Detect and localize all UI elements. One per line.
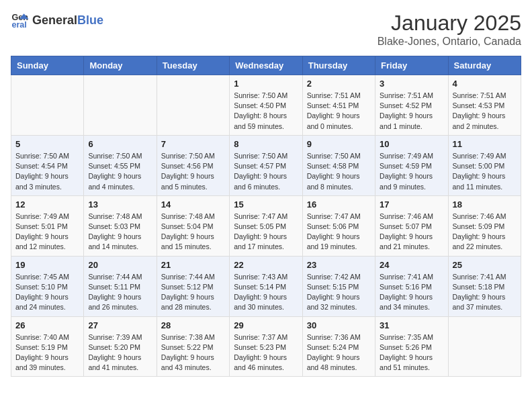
day-number: 19 (15, 260, 79, 270)
svg-text:eral: eral (11, 20, 26, 30)
day-number: 29 (234, 320, 298, 330)
day-number: 18 (453, 199, 517, 210)
calendar-cell: 21Sunrise: 7:44 AM Sunset: 5:12 PM Dayli… (157, 256, 229, 316)
day-number: 3 (380, 79, 443, 89)
weekday-header-thursday: Thursday (302, 56, 375, 75)
day-info: Sunrise: 7:46 AM Sunset: 5:09 PM Dayligh… (453, 212, 517, 253)
day-number: 5 (15, 139, 79, 149)
calendar-cell: 1Sunrise: 7:50 AM Sunset: 4:50 PM Daylig… (230, 75, 302, 136)
weekday-header-wednesday: Wednesday (230, 56, 302, 75)
day-info: Sunrise: 7:47 AM Sunset: 5:05 PM Dayligh… (234, 212, 298, 253)
day-number: 21 (161, 260, 225, 270)
calendar-cell: 14Sunrise: 7:48 AM Sunset: 5:04 PM Dayli… (157, 195, 229, 256)
calendar-cell: 17Sunrise: 7:46 AM Sunset: 5:07 PM Dayli… (375, 195, 448, 256)
logo-blue: Blue (77, 13, 103, 28)
day-number: 16 (307, 199, 371, 210)
day-info: Sunrise: 7:41 AM Sunset: 5:18 PM Dayligh… (453, 272, 517, 313)
day-number: 26 (15, 320, 79, 330)
day-info: Sunrise: 7:37 AM Sunset: 5:23 PM Dayligh… (234, 332, 298, 373)
day-info: Sunrise: 7:49 AM Sunset: 5:00 PM Dayligh… (453, 151, 517, 192)
day-number: 15 (234, 199, 298, 210)
day-info: Sunrise: 7:48 AM Sunset: 5:03 PM Dayligh… (88, 212, 152, 253)
calendar-cell (11, 75, 84, 136)
calendar-cell: 22Sunrise: 7:43 AM Sunset: 5:14 PM Dayli… (230, 256, 302, 316)
day-number: 20 (88, 260, 152, 270)
calendar-cell: 9Sunrise: 7:50 AM Sunset: 4:58 PM Daylig… (302, 135, 375, 195)
day-number: 28 (161, 320, 225, 330)
day-number: 8 (234, 139, 298, 149)
calendar-cell: 11Sunrise: 7:49 AM Sunset: 5:00 PM Dayli… (448, 135, 521, 195)
calendar-cell: 18Sunrise: 7:46 AM Sunset: 5:09 PM Dayli… (448, 195, 521, 256)
day-info: Sunrise: 7:46 AM Sunset: 5:07 PM Dayligh… (380, 212, 443, 253)
weekday-header-row: SundayMondayTuesdayWednesdayThursdayFrid… (11, 56, 521, 75)
calendar-cell: 31Sunrise: 7:35 AM Sunset: 5:26 PM Dayli… (375, 316, 448, 377)
day-number: 9 (307, 139, 371, 149)
calendar-cell: 15Sunrise: 7:47 AM Sunset: 5:05 PM Dayli… (230, 195, 302, 256)
week-row-3: 12Sunrise: 7:49 AM Sunset: 5:01 PM Dayli… (11, 195, 521, 256)
day-info: Sunrise: 7:50 AM Sunset: 4:58 PM Dayligh… (307, 151, 371, 192)
day-number: 12 (15, 199, 79, 210)
header: Gen eral GeneralBlue January 2025 Blake-… (11, 11, 521, 48)
week-row-1: 1Sunrise: 7:50 AM Sunset: 4:50 PM Daylig… (11, 75, 521, 136)
day-info: Sunrise: 7:44 AM Sunset: 5:11 PM Dayligh… (88, 272, 152, 313)
week-row-2: 5Sunrise: 7:50 AM Sunset: 4:54 PM Daylig… (11, 135, 521, 195)
day-info: Sunrise: 7:36 AM Sunset: 5:24 PM Dayligh… (307, 332, 371, 373)
calendar-cell: 3Sunrise: 7:51 AM Sunset: 4:52 PM Daylig… (375, 75, 448, 136)
week-row-5: 26Sunrise: 7:40 AM Sunset: 5:19 PM Dayli… (11, 316, 521, 377)
day-info: Sunrise: 7:44 AM Sunset: 5:12 PM Dayligh… (161, 272, 225, 313)
day-number: 1 (234, 79, 298, 89)
day-number: 24 (380, 260, 443, 270)
logo-general: General (32, 13, 77, 28)
calendar-cell: 13Sunrise: 7:48 AM Sunset: 5:03 PM Dayli… (84, 195, 157, 256)
day-info: Sunrise: 7:48 AM Sunset: 5:04 PM Dayligh… (161, 212, 225, 253)
day-info: Sunrise: 7:41 AM Sunset: 5:16 PM Dayligh… (380, 272, 443, 313)
day-number: 27 (88, 320, 152, 330)
day-info: Sunrise: 7:39 AM Sunset: 5:20 PM Dayligh… (88, 332, 152, 373)
calendar-cell: 30Sunrise: 7:36 AM Sunset: 5:24 PM Dayli… (302, 316, 375, 377)
day-info: Sunrise: 7:50 AM Sunset: 4:50 PM Dayligh… (234, 91, 298, 132)
day-number: 30 (307, 320, 371, 330)
day-info: Sunrise: 7:40 AM Sunset: 5:19 PM Dayligh… (15, 332, 79, 373)
weekday-header-saturday: Saturday (448, 56, 521, 75)
calendar-cell: 23Sunrise: 7:42 AM Sunset: 5:15 PM Dayli… (302, 256, 375, 316)
day-info: Sunrise: 7:43 AM Sunset: 5:14 PM Dayligh… (234, 272, 298, 313)
day-number: 6 (88, 139, 152, 149)
calendar-cell: 28Sunrise: 7:38 AM Sunset: 5:22 PM Dayli… (157, 316, 229, 377)
day-info: Sunrise: 7:49 AM Sunset: 5:01 PM Dayligh… (15, 212, 79, 253)
day-info: Sunrise: 7:50 AM Sunset: 4:57 PM Dayligh… (234, 151, 298, 192)
calendar-cell: 20Sunrise: 7:44 AM Sunset: 5:11 PM Dayli… (84, 256, 157, 316)
day-info: Sunrise: 7:50 AM Sunset: 4:54 PM Dayligh… (15, 151, 79, 192)
calendar-cell (157, 75, 229, 136)
day-number: 14 (161, 199, 225, 210)
day-info: Sunrise: 7:35 AM Sunset: 5:26 PM Dayligh… (380, 332, 443, 373)
calendar-cell: 29Sunrise: 7:37 AM Sunset: 5:23 PM Dayli… (230, 316, 302, 377)
day-number: 7 (161, 139, 225, 149)
calendar-cell: 4Sunrise: 7:51 AM Sunset: 4:53 PM Daylig… (448, 75, 521, 136)
day-number: 17 (380, 199, 443, 210)
logo-icon: Gen eral (11, 11, 30, 30)
day-number: 11 (453, 139, 517, 149)
day-info: Sunrise: 7:42 AM Sunset: 5:15 PM Dayligh… (307, 272, 371, 313)
calendar-cell: 27Sunrise: 7:39 AM Sunset: 5:20 PM Dayli… (84, 316, 157, 377)
day-info: Sunrise: 7:51 AM Sunset: 4:51 PM Dayligh… (307, 91, 371, 132)
weekday-header-sunday: Sunday (11, 56, 84, 75)
day-info: Sunrise: 7:51 AM Sunset: 4:52 PM Dayligh… (380, 91, 443, 132)
calendar-cell: 19Sunrise: 7:45 AM Sunset: 5:10 PM Dayli… (11, 256, 84, 316)
calendar-cell: 6Sunrise: 7:50 AM Sunset: 4:55 PM Daylig… (84, 135, 157, 195)
calendar-cell: 7Sunrise: 7:50 AM Sunset: 4:56 PM Daylig… (157, 135, 229, 195)
day-number: 10 (380, 139, 443, 149)
weekday-header-friday: Friday (375, 56, 448, 75)
calendar-cell: 8Sunrise: 7:50 AM Sunset: 4:57 PM Daylig… (230, 135, 302, 195)
day-number: 13 (88, 199, 152, 210)
month-title: January 2025 (378, 11, 521, 36)
day-info: Sunrise: 7:49 AM Sunset: 4:59 PM Dayligh… (380, 151, 443, 192)
logo: Gen eral GeneralBlue (11, 11, 103, 30)
calendar-cell: 10Sunrise: 7:49 AM Sunset: 4:59 PM Dayli… (375, 135, 448, 195)
day-number: 31 (380, 320, 443, 330)
day-number: 22 (234, 260, 298, 270)
title-area: January 2025 Blake-Jones, Ontario, Canad… (378, 11, 521, 48)
calendar-cell: 5Sunrise: 7:50 AM Sunset: 4:54 PM Daylig… (11, 135, 84, 195)
calendar-cell: 2Sunrise: 7:51 AM Sunset: 4:51 PM Daylig… (302, 75, 375, 136)
calendar-cell: 26Sunrise: 7:40 AM Sunset: 5:19 PM Dayli… (11, 316, 84, 377)
day-number: 2 (307, 79, 371, 89)
